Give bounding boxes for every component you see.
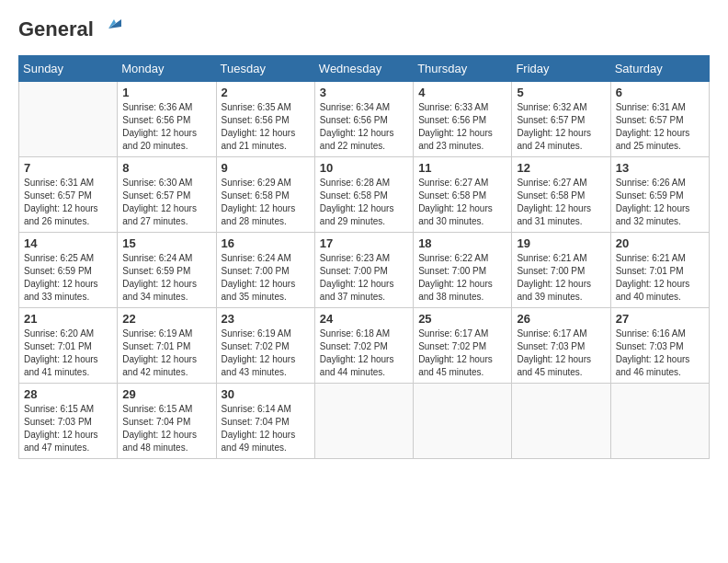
day-info: Sunrise: 6:28 AM Sunset: 6:58 PM Dayligh… — [320, 177, 408, 228]
day-info: Sunrise: 6:17 AM Sunset: 7:02 PM Dayligh… — [418, 327, 506, 379]
calendar-week-4: 21Sunrise: 6:20 AM Sunset: 7:01 PM Dayli… — [19, 308, 710, 384]
calendar-cell: 19Sunrise: 6:21 AM Sunset: 7:00 PM Dayli… — [512, 233, 610, 308]
day-number: 13 — [616, 161, 704, 175]
day-number: 24 — [320, 312, 408, 326]
logo-bird-icon — [96, 16, 121, 41]
calendar-cell: 10Sunrise: 6:28 AM Sunset: 6:58 PM Dayli… — [314, 157, 413, 233]
calendar-cell — [512, 384, 610, 459]
day-number: 25 — [418, 312, 506, 326]
calendar-cell: 6Sunrise: 6:31 AM Sunset: 6:57 PM Daylig… — [610, 82, 709, 157]
calendar-cell — [19, 82, 118, 157]
day-number: 28 — [24, 387, 112, 401]
calendar-cell: 9Sunrise: 6:29 AM Sunset: 6:58 PM Daylig… — [216, 157, 314, 233]
calendar-cell: 7Sunrise: 6:31 AM Sunset: 6:57 PM Daylig… — [19, 157, 118, 233]
day-info: Sunrise: 6:23 AM Sunset: 7:00 PM Dayligh… — [320, 252, 408, 304]
calendar-week-2: 7Sunrise: 6:31 AM Sunset: 6:57 PM Daylig… — [19, 157, 710, 233]
calendar-week-3: 14Sunrise: 6:25 AM Sunset: 6:59 PM Dayli… — [19, 233, 710, 308]
calendar-cell — [314, 384, 413, 459]
day-number: 20 — [616, 236, 704, 250]
day-info: Sunrise: 6:27 AM Sunset: 6:58 PM Dayligh… — [418, 177, 506, 228]
svg-marker-0 — [108, 19, 121, 29]
day-info: Sunrise: 6:16 AM Sunset: 7:03 PM Dayligh… — [616, 327, 704, 379]
day-info: Sunrise: 6:31 AM Sunset: 6:57 PM Dayligh… — [616, 101, 704, 153]
calendar-week-5: 28Sunrise: 6:15 AM Sunset: 7:03 PM Dayli… — [19, 384, 710, 459]
day-number: 10 — [320, 161, 408, 175]
calendar-cell: 30Sunrise: 6:14 AM Sunset: 7:04 PM Dayli… — [216, 384, 314, 459]
page-header: General — [18, 18, 710, 41]
day-info: Sunrise: 6:31 AM Sunset: 6:57 PM Dayligh… — [24, 177, 112, 228]
day-info: Sunrise: 6:26 AM Sunset: 6:59 PM Dayligh… — [616, 177, 704, 228]
calendar-cell: 5Sunrise: 6:32 AM Sunset: 6:57 PM Daylig… — [512, 82, 610, 157]
day-info: Sunrise: 6:17 AM Sunset: 7:03 PM Dayligh… — [517, 327, 605, 379]
calendar-cell: 17Sunrise: 6:23 AM Sunset: 7:00 PM Dayli… — [314, 233, 413, 308]
calendar-cell: 24Sunrise: 6:18 AM Sunset: 7:02 PM Dayli… — [314, 308, 413, 384]
calendar-week-1: 1Sunrise: 6:36 AM Sunset: 6:56 PM Daylig… — [19, 82, 710, 157]
calendar-header-row: SundayMondayTuesdayWednesdayThursdayFrid… — [19, 56, 710, 82]
day-info: Sunrise: 6:24 AM Sunset: 7:00 PM Dayligh… — [222, 252, 310, 304]
day-number: 30 — [222, 387, 310, 401]
day-info: Sunrise: 6:14 AM Sunset: 7:04 PM Dayligh… — [222, 403, 310, 454]
calendar-cell: 25Sunrise: 6:17 AM Sunset: 7:02 PM Dayli… — [414, 308, 512, 384]
day-info: Sunrise: 6:32 AM Sunset: 6:57 PM Dayligh… — [517, 101, 605, 153]
day-number: 5 — [517, 86, 605, 99]
calendar-cell: 3Sunrise: 6:34 AM Sunset: 6:56 PM Daylig… — [314, 82, 413, 157]
calendar-cell — [414, 384, 512, 459]
day-number: 29 — [122, 387, 210, 401]
calendar-cell: 4Sunrise: 6:33 AM Sunset: 6:56 PM Daylig… — [414, 82, 512, 157]
calendar-cell: 26Sunrise: 6:17 AM Sunset: 7:03 PM Dayli… — [512, 308, 610, 384]
day-number: 22 — [122, 312, 210, 326]
day-info: Sunrise: 6:30 AM Sunset: 6:57 PM Dayligh… — [122, 177, 210, 228]
weekday-header-friday: Friday — [512, 56, 610, 82]
day-info: Sunrise: 6:35 AM Sunset: 6:56 PM Dayligh… — [222, 101, 310, 153]
day-number: 11 — [418, 161, 506, 175]
calendar-cell: 23Sunrise: 6:19 AM Sunset: 7:02 PM Dayli… — [216, 308, 314, 384]
calendar-cell: 16Sunrise: 6:24 AM Sunset: 7:00 PM Dayli… — [216, 233, 314, 308]
day-info: Sunrise: 6:18 AM Sunset: 7:02 PM Dayligh… — [320, 327, 408, 379]
day-info: Sunrise: 6:22 AM Sunset: 7:00 PM Dayligh… — [418, 252, 506, 304]
day-info: Sunrise: 6:15 AM Sunset: 7:04 PM Dayligh… — [122, 403, 210, 454]
day-number: 26 — [517, 312, 605, 326]
day-info: Sunrise: 6:36 AM Sunset: 6:56 PM Dayligh… — [122, 101, 210, 153]
calendar-cell: 21Sunrise: 6:20 AM Sunset: 7:01 PM Dayli… — [19, 308, 118, 384]
day-number: 8 — [122, 161, 210, 175]
day-info: Sunrise: 6:20 AM Sunset: 7:01 PM Dayligh… — [24, 327, 112, 379]
calendar-cell: 20Sunrise: 6:21 AM Sunset: 7:01 PM Dayli… — [610, 233, 709, 308]
weekday-header-thursday: Thursday — [414, 56, 512, 82]
day-info: Sunrise: 6:24 AM Sunset: 6:59 PM Dayligh… — [122, 252, 210, 304]
day-number: 15 — [122, 236, 210, 250]
day-info: Sunrise: 6:29 AM Sunset: 6:58 PM Dayligh… — [222, 177, 310, 228]
day-number: 3 — [320, 86, 408, 99]
day-number: 17 — [320, 236, 408, 250]
weekday-header-wednesday: Wednesday — [314, 56, 413, 82]
day-number: 27 — [616, 312, 704, 326]
calendar-cell: 15Sunrise: 6:24 AM Sunset: 6:59 PM Dayli… — [118, 233, 216, 308]
day-number: 7 — [24, 161, 112, 175]
weekday-header-saturday: Saturday — [610, 56, 709, 82]
day-number: 12 — [517, 161, 605, 175]
day-number: 9 — [222, 161, 310, 175]
day-info: Sunrise: 6:15 AM Sunset: 7:03 PM Dayligh… — [24, 403, 112, 454]
day-info: Sunrise: 6:21 AM Sunset: 7:01 PM Dayligh… — [616, 252, 704, 304]
day-number: 18 — [418, 236, 506, 250]
day-number: 2 — [222, 86, 310, 99]
day-number: 4 — [418, 86, 506, 99]
calendar-cell: 13Sunrise: 6:26 AM Sunset: 6:59 PM Dayli… — [610, 157, 709, 233]
day-number: 6 — [616, 86, 704, 99]
logo: General — [18, 18, 121, 41]
day-info: Sunrise: 6:19 AM Sunset: 7:01 PM Dayligh… — [122, 327, 210, 379]
calendar-cell: 18Sunrise: 6:22 AM Sunset: 7:00 PM Dayli… — [414, 233, 512, 308]
calendar-cell — [610, 384, 709, 459]
calendar-cell: 2Sunrise: 6:35 AM Sunset: 6:56 PM Daylig… — [216, 82, 314, 157]
calendar-table: SundayMondayTuesdayWednesdayThursdayFrid… — [18, 55, 710, 459]
day-info: Sunrise: 6:33 AM Sunset: 6:56 PM Dayligh… — [418, 101, 506, 153]
weekday-header-tuesday: Tuesday — [216, 56, 314, 82]
calendar-cell: 8Sunrise: 6:30 AM Sunset: 6:57 PM Daylig… — [118, 157, 216, 233]
day-info: Sunrise: 6:19 AM Sunset: 7:02 PM Dayligh… — [222, 327, 310, 379]
calendar-cell: 12Sunrise: 6:27 AM Sunset: 6:58 PM Dayli… — [512, 157, 610, 233]
day-info: Sunrise: 6:21 AM Sunset: 7:00 PM Dayligh… — [517, 252, 605, 304]
day-number: 1 — [122, 86, 210, 99]
day-number: 19 — [517, 236, 605, 250]
day-number: 23 — [222, 312, 310, 326]
logo-text-line1: General — [18, 17, 94, 40]
day-number: 21 — [24, 312, 112, 326]
